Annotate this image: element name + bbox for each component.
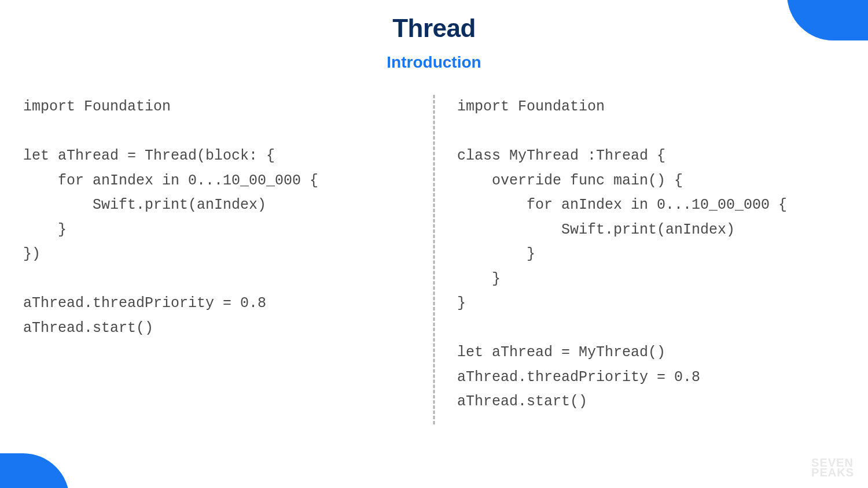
left-column: import Foundation let aThread = Thread(b…: [23, 95, 434, 415]
watermark-logo: SEVEN PEAKS: [811, 458, 854, 478]
slide-title: Thread: [0, 14, 868, 43]
right-column: import Foundation class MyThread :Thread…: [434, 95, 845, 415]
decorative-shape-bottom-left: [0, 453, 69, 488]
code-block-right: import Foundation class MyThread :Thread…: [457, 95, 845, 415]
watermark-line2: PEAKS: [811, 468, 854, 478]
vertical-divider: [433, 95, 435, 424]
slide-subtitle: Introduction: [0, 53, 868, 72]
code-block-left: import Foundation let aThread = Thread(b…: [23, 95, 411, 341]
code-columns: import Foundation let aThread = Thread(b…: [0, 95, 868, 415]
